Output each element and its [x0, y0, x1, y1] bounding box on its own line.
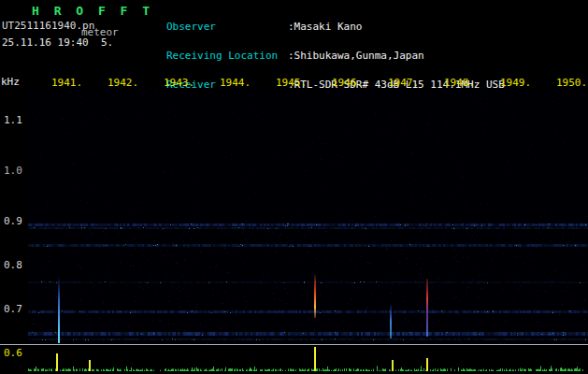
time-tick-label: 1945. — [276, 77, 307, 89]
frequency-tick-label: 0.7 — [4, 303, 22, 315]
time-tick-label: 1946. — [332, 77, 363, 89]
app-title: H R O F F T — [32, 4, 153, 18]
location-label: Receiving Location — [166, 51, 288, 61]
frequency-tick-label: 1.0 — [4, 165, 22, 177]
observer-value: :Masaki Kano — [288, 22, 362, 32]
info-row-location: Receiving Location :Shibukawa,Gunma,Japa… — [166, 51, 505, 61]
time-tick-label: 1948. — [444, 77, 475, 89]
time-tick-label: 1947. — [388, 77, 419, 89]
frequency-tick-label: 0.6 — [4, 347, 22, 359]
hrofft-window: H R O F F T UT2511161940.pn meteor 25.11… — [0, 0, 588, 374]
time-tick-label: 1942. — [108, 77, 138, 89]
time-tick-label: 1941. — [51, 77, 82, 89]
info-row-observer: Observer :Masaki Kano — [166, 22, 505, 32]
frequency-tick-label: 1.1 — [4, 114, 22, 126]
time-tick-label: 1950. — [556, 77, 587, 89]
timestamp: 25.11.16 19:40 5. — [2, 36, 113, 49]
frequency-tick-label: 0.9 — [4, 215, 22, 227]
observer-label: Observer — [166, 22, 288, 32]
signal-level-graph — [28, 346, 588, 374]
location-value: :Shibukawa,Gunma,Japan — [288, 51, 424, 61]
time-tick-label: 1949. — [500, 77, 531, 89]
separator-line — [0, 344, 588, 345]
frequency-tick-label: 0.8 — [4, 259, 22, 271]
y-axis-unit: kHz — [1, 76, 20, 88]
time-tick-label: 1943. — [164, 77, 194, 89]
spectrogram — [28, 90, 588, 344]
time-tick-label: 1944. — [220, 77, 251, 89]
